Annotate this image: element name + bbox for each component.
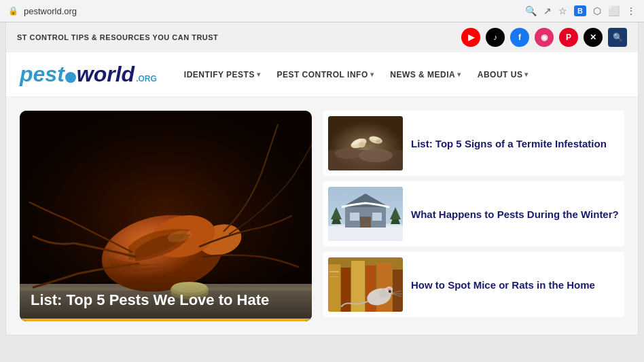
top-bar-text: ST CONTROL TIPS & RESOURCES YOU CAN TRUS… (17, 33, 218, 41)
article-card-termite[interactable]: List: Top 5 Signs of a Termite Infestati… (323, 111, 624, 176)
tiktok-icon[interactable]: ♪ (486, 28, 505, 47)
pinterest-icon[interactable]: P (559, 28, 578, 47)
article-thumb-termite (328, 116, 403, 170)
article-text-termite: List: Top 5 Signs of a Termite Infestati… (411, 137, 619, 151)
svg-point-14 (359, 149, 393, 162)
logo-globe-icon (65, 72, 76, 83)
social-icons: ▶ ♪ f ◉ P ✕ 🔍 (461, 28, 627, 47)
article-text-winter: What Happens to Pests During the Winter? (411, 207, 619, 221)
pest-control-info-arrow: ▾ (370, 71, 374, 78)
article-thumb-winter (328, 187, 403, 241)
nav-menu: IDENTIFY PESTS ▾ PEST CONTROL INFO ▾ NEW… (184, 70, 529, 79)
svg-rect-25 (350, 213, 359, 221)
nav-label-identify-pests: IDENTIFY PESTS (184, 70, 255, 79)
about-us-arrow: ▾ (524, 71, 529, 78)
hero-yellow-bar (20, 319, 312, 321)
profile-icon[interactable]: B (574, 5, 586, 16)
article-title-termite: List: Top 5 Signs of a Termite Infestati… (411, 137, 619, 151)
nav-item-identify-pests[interactable]: IDENTIFY PESTS ▾ (184, 70, 261, 79)
site-logo[interactable]: pest world .ORG (20, 62, 157, 87)
logo-pest: pest (20, 62, 65, 87)
article-title-rat: How to Spot Mice or Rats in the Home (411, 278, 619, 292)
svg-rect-39 (329, 271, 339, 272)
winter-image (328, 187, 403, 241)
news-media-arrow: ▾ (457, 71, 461, 78)
nav-item-news-media[interactable]: NEWS & MEDIA ▾ (390, 70, 461, 79)
article-text-rat: How to Spot Mice or Rats in the Home (411, 278, 619, 292)
bookmark-icon[interactable]: ☆ (558, 5, 567, 16)
x-twitter-icon[interactable]: ✕ (584, 28, 603, 47)
main-content: List: Top 5 Pests We Love to Hate (6, 97, 638, 335)
url-bar[interactable]: pestworld.org (24, 6, 520, 16)
search-browser-icon[interactable]: 🔍 (525, 5, 537, 16)
browser-icons: 🔍 ↗ ☆ B ⬡ ⬜ ⋮ (525, 5, 636, 16)
logo-org: .ORG (136, 74, 157, 84)
identify-pests-arrow: ▾ (257, 71, 261, 78)
article-card-rat[interactable]: How to Spot Mice or Rats in the Home (323, 252, 624, 317)
svg-rect-40 (329, 276, 339, 277)
nav-item-pest-control-info[interactable]: PEST CONTROL INFO ▾ (276, 70, 374, 79)
youtube-icon[interactable]: ▶ (461, 28, 480, 47)
article-card-winter[interactable]: What Happens to Pests During the Winter? (323, 181, 624, 247)
svg-rect-22 (328, 226, 403, 241)
extensions-icon[interactable]: ⬡ (593, 5, 601, 16)
top-bar: ST CONTROL TIPS & RESOURCES YOU CAN TRUS… (6, 22, 638, 52)
article-title-winter: What Happens to Pests During the Winter? (411, 207, 619, 221)
logo-world: world (77, 62, 135, 87)
nav-label-about-us: ABOUT US (478, 70, 523, 79)
nav-bar: pest world .ORG IDENTIFY PESTS ▾ PEST CO… (6, 52, 638, 97)
nav-label-news-media: NEWS & MEDIA (390, 70, 455, 79)
nav-item-about-us[interactable]: ABOUT US ▾ (478, 70, 529, 79)
site-wrapper: ST CONTROL TIPS & RESOURCES YOU CAN TRUS… (5, 22, 639, 336)
instagram-icon[interactable]: ◉ (535, 28, 554, 47)
facebook-icon[interactable]: f (510, 28, 529, 47)
nav-label-pest-control-info: PEST CONTROL INFO (276, 70, 368, 79)
side-articles: List: Top 5 Signs of a Termite Infestati… (323, 111, 624, 321)
rat-image (328, 257, 403, 312)
lock-icon: 🔒 (8, 6, 18, 16)
svg-point-47 (391, 293, 393, 295)
tab-icon[interactable]: ⬜ (608, 5, 620, 16)
svg-rect-26 (372, 213, 382, 221)
termite-image (328, 116, 403, 170)
svg-point-13 (335, 148, 362, 159)
share-icon[interactable]: ↗ (543, 5, 552, 16)
article-thumb-rat (328, 257, 403, 312)
menu-icon[interactable]: ⋮ (626, 5, 636, 16)
hero-block[interactable]: List: Top 5 Pests We Love to Hate (20, 111, 312, 321)
svg-point-46 (390, 291, 391, 291)
hero-overlay: List: Top 5 Pests We Love to Hate (20, 270, 312, 321)
svg-rect-27 (360, 217, 371, 228)
hero-title: List: Top 5 Pests We Love to Hate (31, 291, 301, 310)
svg-point-45 (389, 290, 391, 293)
browser-chrome: 🔒 pestworld.org 🔍 ↗ ☆ B ⬡ ⬜ ⋮ (0, 0, 644, 22)
search-social-icon[interactable]: 🔍 (608, 28, 627, 47)
